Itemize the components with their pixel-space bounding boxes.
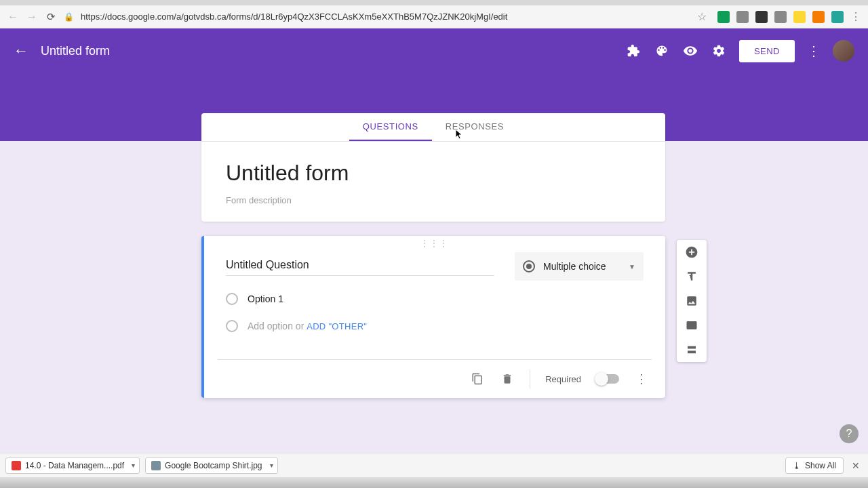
settings-icon[interactable] (711, 43, 727, 59)
radio-icon (226, 320, 238, 332)
form-name[interactable]: Untitled form (41, 44, 613, 58)
tab-questions[interactable]: QUESTIONS (349, 113, 432, 141)
add-other-button[interactable]: ADD "OTHER" (307, 321, 367, 331)
help-button[interactable]: ? (840, 424, 859, 443)
form-title-input[interactable]: Untitled form (226, 161, 641, 186)
add-option-button[interactable]: Add option (248, 321, 293, 331)
radio-icon (523, 260, 535, 272)
question-more-icon[interactable]: ⋮ (634, 371, 649, 386)
question-type-select[interactable]: Multiple choice ▼ (515, 252, 644, 281)
add-image-icon[interactable] (677, 289, 707, 313)
required-toggle[interactable] (596, 374, 619, 384)
more-menu-icon[interactable]: ⋮ (807, 43, 821, 59)
addons-icon[interactable] (625, 43, 642, 59)
download-chip[interactable]: Google Bootcamp Shirt.jpg (145, 458, 277, 474)
tabs: QUESTIONS RESPONSES (201, 113, 665, 142)
option-input[interactable]: Option 1 (248, 293, 283, 304)
preview-icon[interactable] (682, 43, 698, 59)
drag-handle-icon[interactable]: ⋮⋮⋮ (204, 236, 665, 248)
show-all-downloads-button[interactable]: ⭳ Show All (785, 458, 844, 474)
svg-rect-1 (688, 351, 696, 354)
question-type-label: Multiple choice (543, 261, 620, 272)
extension-icon[interactable] (717, 11, 730, 23)
extension-icon[interactable] (774, 11, 787, 23)
download-arrow-icon: ⭳ (793, 461, 801, 470)
or-text: or (293, 321, 307, 331)
browser-tab-strip (0, 0, 868, 5)
back-arrow-icon[interactable]: ← (14, 42, 28, 60)
url-text[interactable]: https://docs.google.com/a/gotvdsb.ca/for… (81, 12, 690, 22)
extension-icon[interactable] (831, 11, 844, 23)
extension-icon[interactable] (755, 11, 768, 23)
user-avatar[interactable] (833, 40, 854, 62)
close-downloads-icon[interactable]: ✕ (849, 460, 863, 471)
download-filename: Google Bootcamp Shirt.jpg (165, 461, 262, 470)
image-icon (151, 461, 161, 470)
extension-icon[interactable] (736, 11, 749, 23)
extension-icon[interactable] (812, 11, 825, 23)
macos-dock (0, 477, 868, 488)
add-option-row: Add option or ADD "OTHER" (226, 320, 644, 332)
pdf-icon (12, 461, 21, 470)
chevron-down-icon: ▼ (629, 263, 635, 270)
question-title-input[interactable]: Untitled Question (226, 255, 494, 276)
option-row: Option 1 (226, 293, 644, 305)
browser-forward-icon: → (26, 11, 38, 23)
extension-icon[interactable] (793, 11, 806, 23)
send-button[interactable]: SEND (739, 40, 795, 62)
add-title-icon[interactable] (677, 264, 707, 289)
lock-icon: 🔒 (64, 12, 74, 22)
tab-responses[interactable]: RESPONSES (432, 113, 517, 141)
browser-back-icon[interactable]: ← (7, 11, 19, 23)
app-header: ← Untitled form SEND ⋮ (0, 28, 868, 73)
add-question-icon[interactable] (677, 240, 707, 264)
browser-reload-icon[interactable]: ⟳ (45, 11, 57, 23)
add-video-icon[interactable] (677, 313, 707, 338)
radio-icon (226, 293, 238, 305)
download-chip[interactable]: 14.0 - Data Managem....pdf (5, 458, 140, 474)
browser-address-bar: ← → ⟳ 🔒 https://docs.google.com/a/gotvds… (0, 5, 868, 28)
question-card: ⋮⋮⋮ Untitled Question Multiple choice ▼ … (201, 236, 665, 398)
question-footer: Required ⋮ (218, 359, 652, 398)
delete-icon[interactable] (500, 371, 515, 386)
svg-rect-0 (688, 346, 696, 349)
downloads-bar: 14.0 - Data Managem....pdf Google Bootca… (0, 453, 868, 477)
download-filename: 14.0 - Data Managem....pdf (25, 461, 124, 470)
required-label: Required (545, 374, 581, 384)
side-toolbar (677, 240, 707, 362)
duplicate-icon[interactable] (470, 371, 485, 386)
form-header-card: QUESTIONS RESPONSES Untitled form Form d… (201, 113, 665, 222)
palette-icon[interactable] (654, 43, 670, 59)
form-description-input[interactable]: Form description (226, 195, 641, 205)
bookmark-star-icon[interactable]: ☆ (697, 10, 707, 23)
browser-menu-icon[interactable]: ⋮ (850, 10, 861, 23)
divider (530, 369, 530, 388)
add-section-icon[interactable] (677, 338, 707, 362)
